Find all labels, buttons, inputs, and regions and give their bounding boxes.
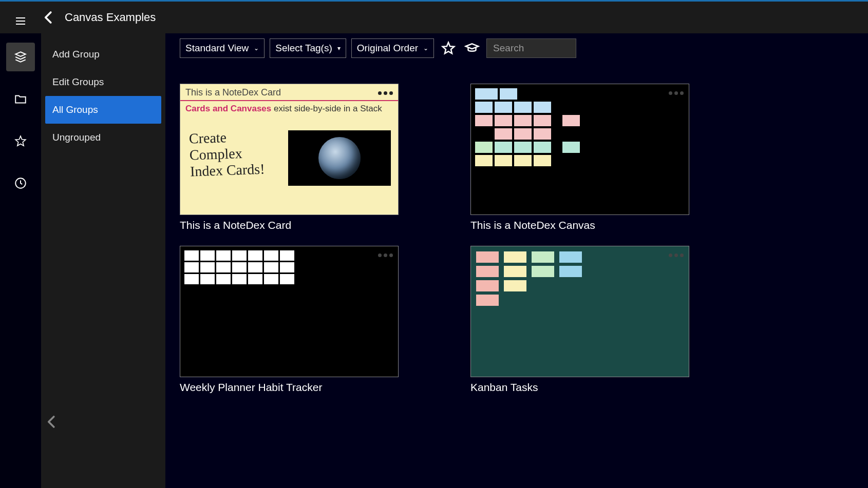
tutorial-button[interactable]	[463, 39, 481, 57]
embedded-image	[288, 130, 391, 186]
sidebar-ungrouped[interactable]: Ungrouped	[45, 124, 161, 151]
card-menu-button[interactable]	[669, 253, 684, 257]
hand-line: Complex	[189, 145, 264, 164]
favorite-filter-button[interactable]	[439, 39, 458, 57]
note-card-highlight: Cards and Canvases	[185, 104, 271, 113]
card-menu-button[interactable]	[378, 91, 393, 95]
hand-line: Index Cards!	[190, 161, 265, 180]
canvas-thumbnail[interactable]	[470, 84, 689, 215]
note-card-heading: This is a NoteDex Card	[180, 84, 398, 101]
nav-rail	[0, 33, 41, 488]
canvas-preview	[471, 84, 689, 214]
header-bar: Canvas Examples	[0, 2, 868, 33]
hand-line: Create	[188, 128, 263, 147]
star-icon	[14, 134, 27, 148]
card-menu-button[interactable]	[669, 91, 684, 95]
search-input[interactable]	[486, 38, 576, 58]
caret-down-icon: ▾	[337, 45, 341, 52]
canvas-item: This is a NoteDex Canvas	[470, 84, 689, 231]
canvas-title: This is a NoteDex Card	[180, 219, 399, 231]
canvas-title: Kanban Tasks	[470, 381, 689, 394]
hamburger-button[interactable]	[0, 9, 41, 33]
handwriting: Create Complex Index Cards!	[188, 128, 265, 180]
toolbar: Standard View ⌄ Select Tag(s) ▾ Original…	[180, 38, 854, 58]
canvas-thumbnail[interactable]	[470, 246, 689, 377]
canvas-thumbnail[interactable]	[180, 246, 399, 377]
clock-icon	[14, 177, 27, 190]
moon-icon	[318, 137, 361, 179]
canvas-item: Weekly Planner Habit Tracker	[180, 246, 399, 394]
folder-icon	[14, 92, 27, 106]
sidebar-edit-groups[interactable]: Edit Groups	[45, 68, 161, 96]
menu-icon	[14, 15, 27, 27]
planner-preview	[180, 246, 398, 377]
page-title: Canvas Examples	[65, 11, 156, 24]
sidebar-add-group[interactable]: Add Group	[45, 41, 161, 68]
canvas-title: Weekly Planner Habit Tracker	[180, 381, 399, 394]
order-select-value: Original Order	[357, 43, 418, 54]
chevron-left-icon	[44, 414, 60, 430]
view-select[interactable]: Standard View ⌄	[180, 38, 265, 58]
chevron-down-icon: ⌄	[254, 45, 259, 52]
back-button[interactable]	[41, 10, 56, 25]
stacks-icon	[14, 50, 27, 64]
chevron-down-icon: ⌄	[423, 45, 428, 52]
canvas-item: This is a NoteDex Card Cards and Canvase…	[180, 84, 399, 231]
rail-recent[interactable]	[6, 169, 35, 198]
note-card-text: exist side-by-side in a Stack	[271, 104, 382, 113]
collapse-panel-button[interactable]	[44, 414, 60, 432]
groups-panel: Add Group Edit Groups All Groups Ungroup…	[41, 33, 165, 488]
canvas-title: This is a NoteDex Canvas	[470, 219, 689, 231]
star-icon	[441, 41, 456, 56]
order-select[interactable]: Original Order ⌄	[351, 38, 434, 58]
kanban-preview	[471, 246, 689, 377]
note-card-preview: This is a NoteDex Card Cards and Canvase…	[180, 84, 398, 214]
chevron-left-icon	[41, 10, 56, 25]
graduation-cap-icon	[464, 41, 480, 56]
note-card-body: Cards and Canvases exist side-by-side in…	[180, 101, 398, 116]
rail-folder[interactable]	[6, 85, 35, 113]
view-select-value: Standard View	[185, 43, 249, 54]
canvas-grid: This is a NoteDex Card Cards and Canvase…	[180, 70, 854, 394]
sidebar-all-groups[interactable]: All Groups	[45, 96, 161, 124]
tag-select[interactable]: Select Tag(s) ▾	[270, 38, 346, 58]
rail-stacks[interactable]	[6, 43, 35, 71]
main-content: Standard View ⌄ Select Tag(s) ▾ Original…	[165, 33, 868, 488]
canvas-thumbnail[interactable]: This is a NoteDex Card Cards and Canvase…	[180, 84, 399, 215]
card-menu-button[interactable]	[378, 253, 393, 257]
tag-select-value: Select Tag(s)	[275, 43, 332, 54]
canvas-item: Kanban Tasks	[470, 246, 689, 394]
rail-favorites[interactable]	[6, 127, 35, 155]
